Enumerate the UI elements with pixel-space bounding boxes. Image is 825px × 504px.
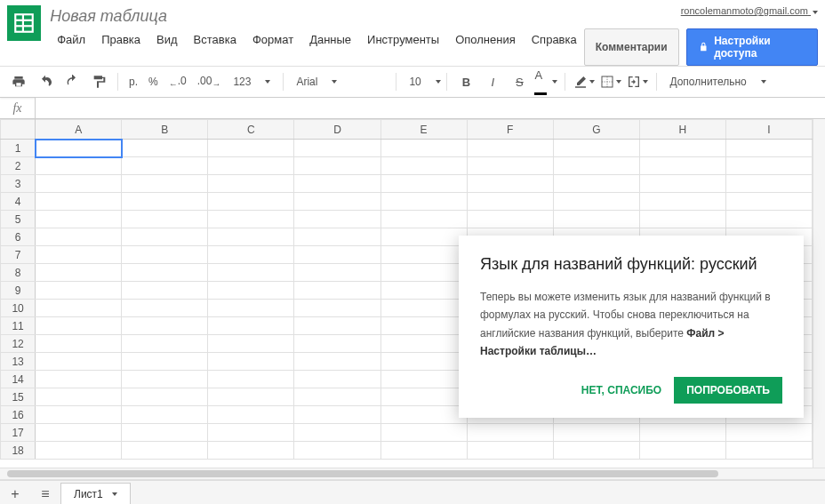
- cell-D1[interactable]: [294, 140, 380, 157]
- column-header-I[interactable]: I: [725, 120, 812, 140]
- cell-D16[interactable]: [294, 406, 380, 424]
- select-all-corner[interactable]: [1, 120, 36, 140]
- share-button[interactable]: Настройки доступа: [686, 28, 818, 66]
- row-header-1[interactable]: 1: [1, 140, 36, 157]
- cell-C2[interactable]: [208, 157, 294, 175]
- cell-B4[interactable]: [122, 193, 208, 211]
- strikethrough-button[interactable]: S: [508, 70, 531, 93]
- row-header-8[interactable]: 8: [1, 264, 36, 282]
- column-header-D[interactable]: D: [294, 120, 380, 140]
- cell-A13[interactable]: [36, 353, 122, 371]
- redo-button[interactable]: [60, 70, 84, 93]
- cell-E18[interactable]: [380, 442, 467, 460]
- merge-cells-button[interactable]: [626, 70, 649, 93]
- cell-B11[interactable]: [122, 317, 208, 335]
- cell-I4[interactable]: [725, 193, 812, 211]
- cell-E15[interactable]: [380, 388, 467, 406]
- cell-A16[interactable]: [36, 406, 122, 424]
- column-header-C[interactable]: C: [208, 120, 294, 140]
- cell-E13[interactable]: [380, 353, 467, 371]
- menu-format[interactable]: Формат: [245, 29, 300, 50]
- cell-A3[interactable]: [36, 175, 122, 193]
- row-header-12[interactable]: 12: [1, 335, 36, 353]
- row-header-3[interactable]: 3: [1, 175, 36, 193]
- cell-D14[interactable]: [294, 371, 380, 388]
- cell-C3[interactable]: [208, 175, 294, 193]
- cell-B16[interactable]: [122, 406, 208, 424]
- italic-button[interactable]: I: [481, 70, 504, 93]
- popup-dismiss-button[interactable]: НЕТ, СПАСИБО: [581, 384, 661, 396]
- cell-B14[interactable]: [122, 371, 208, 388]
- cell-E3[interactable]: [380, 175, 467, 193]
- cell-D3[interactable]: [294, 175, 380, 193]
- cell-C4[interactable]: [208, 193, 294, 211]
- fill-color-button[interactable]: [573, 70, 596, 93]
- cell-B15[interactable]: [122, 388, 208, 406]
- row-header-16[interactable]: 16: [1, 406, 36, 424]
- cell-C18[interactable]: [208, 442, 294, 460]
- cell-E5[interactable]: [380, 211, 467, 228]
- cell-B18[interactable]: [122, 442, 208, 460]
- formula-input[interactable]: [36, 98, 825, 118]
- cell-B17[interactable]: [122, 424, 208, 442]
- increase-decimal-button[interactable]: .00→: [194, 75, 225, 89]
- column-header-B[interactable]: B: [122, 120, 208, 140]
- cell-I18[interactable]: [725, 442, 812, 460]
- column-header-E[interactable]: E: [380, 120, 467, 140]
- cell-A5[interactable]: [36, 211, 122, 228]
- cell-A18[interactable]: [36, 442, 122, 460]
- undo-button[interactable]: [34, 70, 57, 93]
- cell-C15[interactable]: [208, 388, 294, 406]
- cell-F3[interactable]: [467, 175, 553, 193]
- row-header-14[interactable]: 14: [1, 371, 36, 388]
- cell-C11[interactable]: [208, 317, 294, 335]
- cell-C14[interactable]: [208, 371, 294, 388]
- column-header-A[interactable]: A: [36, 120, 122, 140]
- cell-D8[interactable]: [294, 264, 380, 282]
- column-header-G[interactable]: G: [553, 120, 639, 140]
- number-format-dropdown[interactable]: 123: [228, 76, 276, 88]
- cell-F18[interactable]: [467, 442, 553, 460]
- menu-file[interactable]: Файл: [50, 29, 92, 50]
- cell-D2[interactable]: [294, 157, 380, 175]
- sheets-logo[interactable]: [7, 5, 41, 41]
- cell-G17[interactable]: [553, 424, 639, 442]
- cell-B1[interactable]: [122, 140, 208, 157]
- cell-I17[interactable]: [725, 424, 812, 442]
- cell-E8[interactable]: [380, 264, 467, 282]
- row-header-15[interactable]: 15: [1, 388, 36, 406]
- borders-button[interactable]: [599, 70, 622, 93]
- cell-A7[interactable]: [36, 246, 122, 264]
- cell-E17[interactable]: [380, 424, 467, 442]
- cell-C6[interactable]: [208, 228, 294, 246]
- comments-button[interactable]: Комментарии: [584, 28, 679, 66]
- cell-B5[interactable]: [122, 211, 208, 228]
- cell-G18[interactable]: [553, 442, 639, 460]
- doc-title[interactable]: Новая таблица: [50, 5, 584, 29]
- cell-D13[interactable]: [294, 353, 380, 371]
- popup-try-button[interactable]: ПОПРОБОВАТЬ: [674, 377, 782, 404]
- cell-E11[interactable]: [380, 317, 467, 335]
- row-header-7[interactable]: 7: [1, 246, 36, 264]
- cell-C7[interactable]: [208, 246, 294, 264]
- vertical-scrollbar[interactable]: [813, 119, 825, 468]
- row-header-6[interactable]: 6: [1, 228, 36, 246]
- row-header-13[interactable]: 13: [1, 353, 36, 371]
- currency-format-button[interactable]: р.: [125, 76, 141, 88]
- menu-insert[interactable]: Вставка: [187, 29, 244, 50]
- cell-C12[interactable]: [208, 335, 294, 353]
- cell-D5[interactable]: [294, 211, 380, 228]
- sheet-tab-1[interactable]: Лист1: [60, 483, 131, 505]
- cell-H17[interactable]: [639, 424, 725, 442]
- cell-G2[interactable]: [553, 157, 639, 175]
- cell-E12[interactable]: [380, 335, 467, 353]
- column-header-H[interactable]: H: [639, 120, 725, 140]
- cell-D12[interactable]: [294, 335, 380, 353]
- cell-B7[interactable]: [122, 246, 208, 264]
- cell-F1[interactable]: [467, 140, 553, 157]
- cell-F5[interactable]: [467, 211, 553, 228]
- cell-E16[interactable]: [380, 406, 467, 424]
- cell-E10[interactable]: [380, 300, 467, 317]
- menu-view[interactable]: Вид: [149, 29, 185, 50]
- cell-H4[interactable]: [639, 193, 725, 211]
